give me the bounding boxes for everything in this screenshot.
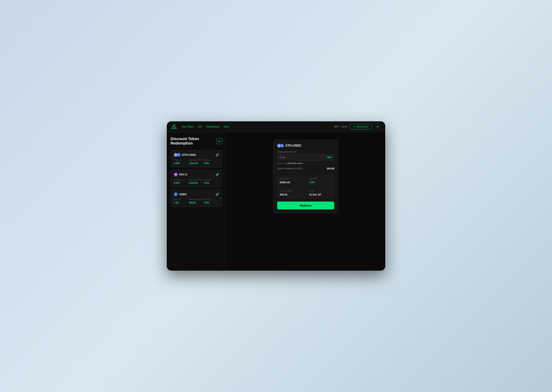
spot-price-cell: Spot Price $1661.93 — [277, 175, 305, 186]
usdc-stats: Price ($) 1.00 Rewards (USDC) 500.00 Dis… — [174, 198, 219, 204]
redemption-eth-icon: Ξ — [277, 144, 281, 147]
usdc-name-row: $ USDC — [174, 192, 187, 196]
usdc-only-icons: $ — [174, 192, 178, 196]
discount-value-label: Discount Value — [280, 190, 302, 192]
swap-icon: ⇄ — [218, 139, 221, 143]
eth-usdc-rewards-label: Rewards (ETH) — [189, 159, 204, 161]
settings-button[interactable]: ⚙ — [374, 123, 381, 130]
usdc-price-value: 1.00 — [174, 201, 189, 204]
token-card-eth-usdc[interactable]: Ξ $ ETH-USDC 🔗 Price ($) 0.005 — [171, 150, 222, 168]
psy-price-label: Price ($) — [174, 179, 189, 181]
psy-stats: Price ($) 0.004 Holdings (PSY) 4,000.00 … — [174, 179, 219, 184]
nav-redemption[interactable]: Redemption — [206, 125, 220, 128]
expiry-label: Expiry — [309, 190, 332, 192]
redemption-card: Ξ $ ETH-USDC Redemption Amount 0.00 Max … — [273, 140, 338, 213]
eth-usdc-discount-stat: Discount 3.5% — [204, 159, 219, 165]
token-card-psy-c[interactable]: Ψ PSY-C 🔗 Price ($) 0.004 Holdings (PSY) — [171, 170, 222, 187]
expiry-value: 31 Dec 23' — [309, 193, 332, 196]
nav-links: Buy Token CLP Redemption Stats — [182, 125, 229, 128]
redeem-button[interactable]: Redeem — [277, 202, 334, 210]
nav-clp[interactable]: CLP — [197, 125, 202, 128]
nav-stats[interactable]: Stats — [224, 125, 229, 128]
header: Buy Token CLP Redemption Stats 88FY...dv… — [167, 121, 385, 132]
swap-icon-button[interactable]: ⇄ — [217, 138, 222, 144]
eth-usdc-name: ETH-USDC — [182, 153, 196, 156]
discount-cell: Discount 3.5% — [307, 175, 334, 186]
usdc-only-icon: $ — [174, 192, 178, 196]
eth-usdc-rewards-stat: Rewards (ETH) 1,924.00 — [189, 159, 204, 165]
discount-info-label: Discount — [309, 178, 332, 180]
left-panel: Discount Token Redemption ⇄ Ξ $ ETH-US — [167, 132, 226, 271]
nav-buy-token[interactable]: Buy Token — [182, 125, 194, 128]
psy-price-stat: Price ($) 0.004 — [174, 179, 189, 184]
expiry-cell: Expiry 31 Dec 23' — [307, 188, 334, 198]
psy-link-icon: 🔗 — [216, 173, 219, 176]
eth-usdc-price-stat: Price ($) 0.005 — [174, 159, 189, 165]
discount-value-cell: Discount Value 200.50 — [277, 188, 305, 198]
psy-holdings-value: 4,000.00 — [189, 182, 204, 184]
token-card-usdc-header: $ USDC 🔗 — [174, 192, 219, 196]
discount-value-amount: 200.50 — [280, 193, 302, 196]
usdc-price-label: Price ($) — [174, 198, 189, 201]
usdc-only-name: USDC — [179, 193, 187, 196]
psy-discount-stat: Discount 3.5% — [204, 179, 219, 184]
psy-price-value: 0.004 — [174, 182, 189, 184]
token-card-eth-usdc-header: Ξ $ ETH-USDC 🔗 — [174, 153, 219, 157]
usdc-discount-value: 3.5% — [204, 201, 219, 204]
usdc-rewards-value: 500.00 — [189, 201, 204, 204]
usdc-rewards-stat: Rewards (USDC) 500.00 — [189, 198, 204, 204]
usdc-discount-label: Discount — [204, 198, 219, 201]
spot-price-label: Spot Price — [280, 178, 302, 180]
token-name-row: Ξ $ ETH-USDC — [174, 153, 196, 157]
eth-usdc-discount-label: Discount — [204, 159, 219, 161]
discount-info-value: 3.5% — [309, 181, 332, 184]
psy-name: PSY-C — [179, 173, 187, 176]
eth-usdc-rewards-value: 1,924.00 — [189, 162, 204, 165]
header-right: 88FY...dvFH ⟳ Disconnect ⚙ — [334, 123, 381, 130]
cost-row: Cost to Redeem (USDC) 200.50 — [277, 167, 334, 173]
disconnect-label: Disconnect — [356, 125, 369, 128]
usdc-discount-stat: Discount 3.5% — [204, 198, 219, 204]
usdc-rewards-label: Rewards (USDC) — [189, 198, 204, 201]
usdc-price-stat: Price ($) 1.00 — [174, 198, 189, 204]
redemption-input-value: 0.00 — [280, 156, 285, 159]
redemption-input-row[interactable]: 0.00 Max — [277, 154, 334, 161]
eth-usdc-stats: Price ($) 0.005 Rewards (ETH) 1,924.00 D… — [174, 159, 219, 165]
cost-value: 200.50 — [327, 167, 334, 170]
logo-icon — [171, 124, 177, 129]
device-frame: Buy Token CLP Redemption Stats 88FY...dv… — [167, 121, 385, 271]
eth-usdc-price-value: 0.005 — [174, 162, 189, 165]
disconnect-icon: ⟳ — [353, 125, 355, 128]
redemption-card-title: ETH-USDC — [286, 144, 301, 147]
token-card-psy-header: Ψ PSY-C 🔗 — [174, 173, 219, 176]
psy-holdings-label: Holdings (PSY) — [189, 179, 204, 181]
max-button[interactable]: Max — [327, 156, 332, 159]
wallet-address: 88FY...dvFH — [334, 125, 348, 128]
cost-label: Cost to Redeem (USDC) — [277, 167, 302, 170]
header-left: Buy Token CLP Redemption Stats — [171, 124, 229, 129]
eth-icon: Ξ — [174, 153, 178, 157]
redemption-token-icons: Ξ $ — [277, 144, 284, 147]
disconnect-button[interactable]: ⟳ Disconnect — [350, 124, 372, 129]
usdc-link-icon: 🔗 — [216, 193, 219, 196]
spot-price-value: $1661.93 — [280, 181, 302, 184]
eth-usdc-price-label: Price ($) — [174, 159, 189, 161]
main-content: Discount Token Redemption ⇄ Ξ $ ETH-US — [167, 132, 385, 271]
psy-icon: Ψ — [174, 173, 178, 176]
page-title: Discount Token Redemption — [171, 137, 217, 146]
balance-value: 1,924.00 lp-token — [286, 162, 303, 164]
eth-usdc-icons: Ξ $ — [174, 153, 181, 157]
token-cards: Ξ $ ETH-USDC 🔗 Price ($) 0.005 — [171, 150, 222, 207]
redemption-card-header: Ξ $ ETH-USDC — [277, 144, 334, 147]
psy-discount-label: Discount — [204, 179, 219, 181]
token-card-usdc[interactable]: $ USDC 🔗 Price ($) 1.00 Rewards (USDC) — [171, 189, 222, 207]
psy-holdings-stat: Holdings (PSY) 4,000.00 — [189, 179, 204, 184]
gear-icon: ⚙ — [376, 125, 379, 128]
psy-discount-value: 3.5% — [204, 182, 219, 184]
psy-icons: Ψ — [174, 173, 178, 176]
page-title-row: Discount Token Redemption ⇄ — [171, 137, 222, 146]
psy-name-row: Ψ PSY-C — [174, 173, 187, 176]
redemption-amount-label: Redemption Amount — [277, 151, 334, 153]
eth-usdc-discount-value: 3.5% — [204, 162, 219, 165]
link-icon: 🔗 — [216, 153, 219, 156]
